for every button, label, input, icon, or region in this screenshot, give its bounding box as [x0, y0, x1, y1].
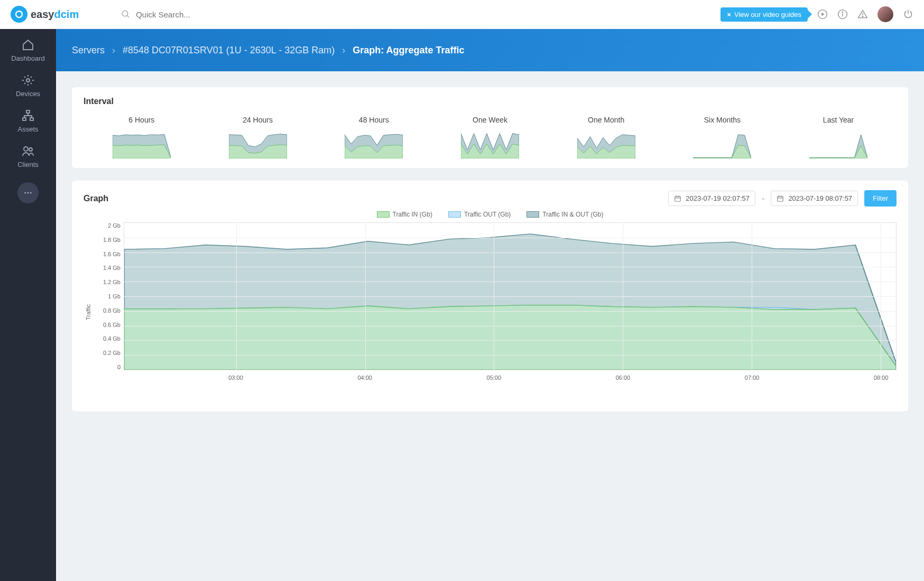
interval-label: 6 Hours [128, 116, 154, 124]
chevron-right-icon: › [112, 45, 115, 56]
y-tick: 0.4 Gb [103, 335, 121, 342]
sparkline-icon [461, 129, 519, 158]
svg-line-2 [127, 15, 129, 17]
x-axis: 03:0004:0005:0006:0007:0008:00 [124, 370, 897, 386]
chart: Traffic 2 Gb1.8 Gb1.6 Gb1.4 Gb1.2 Gb1 Gb… [84, 222, 897, 402]
y-tick: 0 [117, 364, 121, 370]
interval-label: 48 Hours [359, 116, 389, 124]
breadcrumb-item[interactable]: #8548 DC07R01SRV01 (1U - 2630L - 32GB Ra… [123, 45, 335, 56]
sidebar-item-clients[interactable]: Clients [17, 145, 39, 168]
interval-label: One Month [588, 116, 624, 124]
y-axis-label-wrap: Traffic [84, 222, 93, 402]
legend-swatch [526, 211, 539, 218]
y-tick: 1.6 Gb [103, 251, 121, 257]
home-icon [22, 39, 34, 51]
sparkline-icon [113, 129, 171, 158]
sidebar-item-label: Dashboard [11, 54, 45, 62]
legend-item-out[interactable]: Traffic OUT (Gb) [448, 211, 511, 218]
svg-rect-20 [675, 196, 681, 201]
interval-label: Last Year [823, 116, 854, 124]
y-tick: 0.8 Gb [103, 307, 121, 314]
legend-swatch [377, 211, 390, 218]
date-to-input[interactable]: 2023-07-19 08:07:57 [771, 191, 858, 206]
x-tick: 07:00 [745, 374, 760, 381]
alert-icon[interactable] [857, 9, 868, 20]
graph-title: Graph [84, 194, 108, 203]
sparkline-icon [577, 129, 635, 158]
interval-option[interactable]: 6 Hours [113, 116, 171, 158]
sparkline-icon [345, 129, 403, 158]
graph-card: Graph 2023-07-19 02:07:57 - 2023-07-19 0… [72, 181, 908, 411]
y-tick: 0.2 Gb [103, 350, 121, 356]
svg-rect-14 [30, 118, 33, 120]
breadcrumb-active: Graph: Aggregate Traffic [353, 45, 464, 56]
legend-item-in[interactable]: Traffic IN (Gb) [377, 211, 432, 218]
interval-label: 24 Hours [243, 116, 273, 124]
page-header: Servers › #8548 DC07R01SRV01 (1U - 2630L… [56, 29, 924, 71]
interval-title: Interval [84, 97, 897, 106]
x-tick: 04:00 [357, 374, 372, 381]
interval-option[interactable]: 48 Hours [345, 116, 403, 158]
play-icon[interactable] [817, 9, 828, 20]
interval-list: 6 Hours24 Hours48 HoursOne WeekOne Month… [84, 116, 897, 158]
interval-option[interactable]: One Week [461, 116, 519, 158]
interval-option[interactable]: 24 Hours [229, 116, 287, 158]
y-tick: 2 Gb [108, 222, 121, 229]
search-wrap [121, 10, 252, 19]
sidebar-item-label: Clients [17, 161, 39, 168]
svg-point-11 [26, 79, 30, 82]
avatar[interactable] [877, 6, 893, 22]
interval-label: One Week [473, 116, 507, 124]
interval-label: Six Months [704, 116, 741, 124]
y-tick: 1.8 Gb [103, 237, 121, 243]
topbar-right: × View our video guides [720, 6, 913, 22]
y-tick: 1 Gb [108, 293, 121, 299]
calendar-icon [777, 195, 784, 202]
date-separator: - [762, 194, 764, 203]
search-icon [121, 10, 131, 19]
brand-logo[interactable]: easydcim [11, 6, 79, 23]
interval-option[interactable]: One Month [577, 116, 635, 158]
svg-point-15 [24, 147, 28, 151]
close-icon[interactable]: × [727, 11, 731, 18]
svg-point-16 [29, 148, 32, 151]
sidebar-item-label: Assets [17, 125, 38, 133]
main: Interval 6 Hours24 Hours48 HoursOne Week… [56, 71, 924, 581]
brand-name: easydcim [31, 8, 79, 21]
legend-item-inout[interactable]: Traffic IN & OUT (Gb) [526, 211, 603, 218]
sidebar-item-dashboard[interactable]: Dashboard [11, 39, 45, 62]
svg-point-18 [27, 192, 29, 194]
info-icon[interactable] [837, 9, 848, 20]
svg-rect-24 [778, 196, 783, 201]
plot-area[interactable] [124, 222, 897, 370]
graph-header: Graph 2023-07-19 02:07:57 - 2023-07-19 0… [84, 190, 897, 207]
sparkline-icon [693, 129, 751, 158]
power-icon[interactable] [903, 9, 913, 20]
chart-legend: Traffic IN (Gb) Traffic OUT (Gb) Traffic… [84, 211, 897, 218]
sidebar-more-button[interactable] [17, 182, 39, 203]
y-axis: 2 Gb1.8 Gb1.6 Gb1.4 Gb1.2 Gb1 Gb0.8 Gb0.… [93, 222, 124, 370]
svg-marker-4 [821, 13, 824, 16]
date-from-input[interactable]: 2023-07-19 02:07:57 [668, 191, 755, 206]
video-guides-button[interactable]: × View our video guides [720, 7, 808, 22]
calendar-icon [674, 195, 681, 202]
filter-button[interactable]: Filter [864, 190, 897, 207]
sidebar-item-devices[interactable]: Devices [16, 74, 40, 98]
y-tick: 1.2 Gb [103, 279, 121, 285]
search-input[interactable] [136, 10, 252, 19]
y-axis-label: Traffic [85, 304, 91, 320]
svg-point-1 [122, 11, 128, 16]
chevron-right-icon: › [342, 45, 345, 56]
interval-option[interactable]: Last Year [809, 116, 867, 158]
sparkline-icon [229, 129, 287, 158]
breadcrumb-root[interactable]: Servers [72, 45, 105, 56]
sidebar-item-assets[interactable]: Assets [17, 109, 38, 133]
svg-point-9 [862, 16, 863, 17]
sitemap-icon [22, 109, 34, 122]
sidebar-item-label: Devices [16, 90, 40, 98]
svg-point-7 [842, 12, 843, 12]
sparkline-icon [809, 129, 867, 158]
interval-option[interactable]: Six Months [693, 116, 751, 158]
logo-icon [11, 6, 27, 23]
svg-point-19 [30, 192, 32, 194]
